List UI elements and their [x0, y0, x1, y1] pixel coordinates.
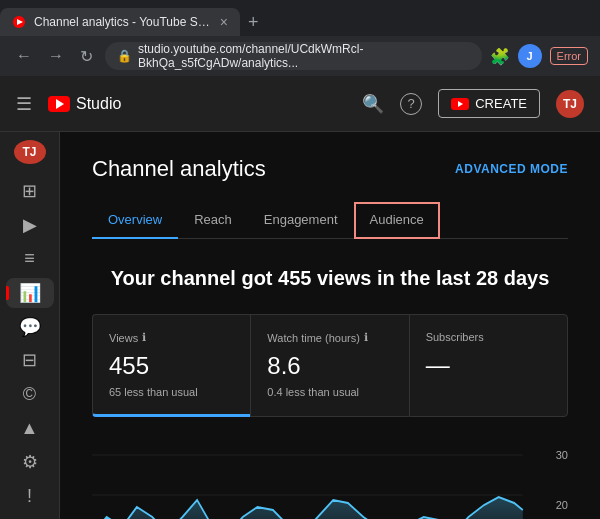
tab-engagement[interactable]: Engagement — [248, 202, 354, 239]
error-button[interactable]: Error — [550, 47, 588, 65]
earn-icon: ▲ — [21, 418, 39, 439]
sidebar: TJ ⊞ ▶ ≡ 📊 💬 ⊟ © ▲ — [0, 132, 60, 519]
watchtime-value: 8.6 — [267, 352, 392, 380]
subscribers-label: Subscribers — [426, 331, 551, 343]
sidebar-item-analytics[interactable]: 📊 — [6, 278, 54, 308]
sidebar-item-copyright[interactable]: © — [6, 379, 54, 409]
browser-tab[interactable]: Channel analytics - YouTube Stu... × — [0, 8, 240, 36]
youtube-logo — [48, 96, 70, 112]
y-label-30: 30 — [556, 449, 568, 461]
new-tab-button[interactable]: + — [248, 12, 259, 33]
watchtime-label: Watch time (hours) ℹ — [267, 331, 392, 344]
analytics-icon: 📊 — [19, 282, 41, 304]
page-header: Channel analytics ADVANCED MODE — [92, 156, 568, 182]
subtitles-icon: ⊟ — [22, 349, 37, 371]
y-label-20: 20 — [556, 499, 568, 511]
tab-reach-label: Reach — [194, 212, 232, 227]
tab-overview[interactable]: Overview — [92, 202, 178, 239]
lock-icon: 🔒 — [117, 49, 132, 63]
sidebar-item-settings[interactable]: ⚙ — [6, 447, 54, 477]
reload-button[interactable]: ↻ — [76, 43, 97, 70]
sidebar-item-earn[interactable]: ▲ — [6, 413, 54, 443]
tab-overview-label: Overview — [108, 212, 162, 227]
tab-engagement-label: Engagement — [264, 212, 338, 227]
create-button[interactable]: CREATE — [438, 89, 540, 118]
studio-header: ☰ Studio 🔍 ? CREATE TJ — [0, 76, 600, 132]
feedback-icon: ! — [27, 486, 32, 507]
forward-button[interactable]: → — [44, 43, 68, 69]
content-icon: ▶ — [23, 214, 37, 236]
playlists-icon: ≡ — [24, 248, 35, 269]
yt-play-icon — [48, 96, 70, 112]
search-icon[interactable]: 🔍 — [362, 93, 384, 115]
settings-icon: ⚙ — [22, 451, 38, 473]
stat-card-watchtime: Watch time (hours) ℹ 8.6 0.4 less than u… — [250, 314, 408, 417]
tab-favicon — [12, 15, 26, 29]
watchtime-note: 0.4 less than usual — [267, 386, 392, 398]
stats-cards: Views ℹ 455 65 less than usual Watch tim… — [92, 314, 568, 417]
sidebar-item-subtitles[interactable]: ⊟ — [6, 345, 54, 375]
tab-title: Channel analytics - YouTube Stu... — [34, 15, 212, 29]
tabs-bar: Overview Reach Engagement Audience — [92, 202, 568, 239]
studio-text: Studio — [76, 95, 121, 113]
analytics-chart — [92, 445, 568, 519]
stats-headline: Your channel got 455 views in the last 2… — [92, 267, 568, 290]
tab-reach[interactable]: Reach — [178, 202, 248, 239]
sidebar-item-playlists[interactable]: ≡ — [6, 244, 54, 274]
tab-audience[interactable]: Audience — [354, 202, 440, 239]
sidebar-item-dashboard[interactable]: ⊞ — [6, 176, 54, 206]
sidebar-item-feedback[interactable]: ! — [6, 481, 54, 511]
sidebar-item-content[interactable]: ▶ — [6, 210, 54, 240]
chart-y-labels: 30 20 10 — [556, 445, 568, 519]
create-video-icon — [451, 98, 469, 110]
user-avatar[interactable]: TJ — [556, 90, 584, 118]
address-bar[interactable]: 🔒 studio.youtube.com/channel/UCdkWmRcl-B… — [105, 42, 482, 70]
chart-area: 30 20 10 — [92, 445, 568, 519]
tab-close-button[interactable]: × — [220, 14, 228, 30]
logo-area: Studio — [48, 95, 121, 113]
advanced-mode-button[interactable]: ADVANCED MODE — [455, 162, 568, 176]
watchtime-info-icon[interactable]: ℹ — [364, 331, 368, 344]
page-title: Channel analytics — [92, 156, 266, 182]
create-label: CREATE — [475, 96, 527, 111]
dashboard-icon: ⊞ — [22, 180, 37, 202]
stat-card-subscribers: Subscribers — — [409, 314, 568, 417]
views-info-icon[interactable]: ℹ — [142, 331, 146, 344]
views-note: 65 less than usual — [109, 386, 234, 398]
sidebar-item-comments[interactable]: 💬 — [6, 312, 54, 342]
main-content: Channel analytics ADVANCED MODE Overview… — [60, 132, 600, 519]
stat-card-views: Views ℹ 455 65 less than usual — [92, 314, 250, 417]
browser-profile[interactable]: J — [518, 44, 542, 68]
sidebar-avatar[interactable]: TJ — [14, 140, 46, 164]
copyright-icon: © — [23, 384, 36, 405]
hamburger-icon[interactable]: ☰ — [16, 93, 32, 115]
views-label: Views ℹ — [109, 331, 234, 344]
views-value: 455 — [109, 352, 234, 380]
tab-audience-label: Audience — [370, 212, 424, 227]
help-icon[interactable]: ? — [400, 93, 422, 115]
extensions-icon[interactable]: 🧩 — [490, 47, 510, 66]
comments-icon: 💬 — [19, 316, 41, 338]
address-text: studio.youtube.com/channel/UCdkWmRcl-Bkh… — [138, 42, 470, 70]
subscribers-value: — — [426, 351, 551, 379]
back-button[interactable]: ← — [12, 43, 36, 69]
